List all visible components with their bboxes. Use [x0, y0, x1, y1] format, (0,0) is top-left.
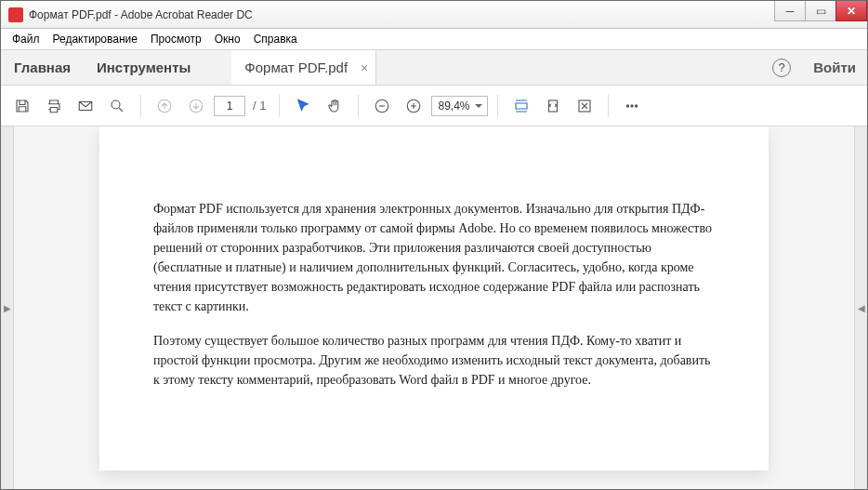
page-total-label: / 1 — [249, 99, 270, 113]
document-viewport[interactable]: Формат PDF используется для хранения эле… — [14, 126, 854, 489]
app-icon — [8, 7, 23, 22]
print-icon[interactable] — [40, 92, 68, 120]
email-icon[interactable] — [72, 92, 99, 120]
fit-width-icon[interactable] — [507, 92, 535, 120]
tab-current-file[interactable]: Формат PDF.pdf × — [231, 50, 376, 85]
minimize-button[interactable]: ─ — [774, 1, 806, 21]
menu-file[interactable]: Файл — [7, 31, 46, 47]
select-tool-icon[interactable] — [289, 92, 317, 120]
tab-file-label: Формат PDF.pdf — [244, 60, 348, 75]
prev-page-icon[interactable] — [151, 92, 178, 120]
paragraph-2: Поэтому существует большое количество ра… — [153, 331, 715, 390]
menu-edit[interactable]: Редактирование — [47, 31, 143, 47]
menu-help[interactable]: Справка — [248, 31, 303, 47]
right-panel-toggle[interactable]: ◀ — [854, 126, 867, 489]
zoom-select[interactable]: 89,4% — [431, 96, 487, 116]
document-page: Формат PDF используется для хранения эле… — [99, 126, 769, 470]
fit-page-icon[interactable] — [539, 92, 567, 120]
zoom-out-icon[interactable] — [368, 92, 396, 120]
save-icon[interactable] — [8, 92, 36, 120]
left-panel-toggle[interactable]: ▶ — [1, 126, 14, 489]
close-button[interactable]: ✕ — [835, 1, 867, 21]
menu-view[interactable]: Просмотр — [145, 31, 207, 47]
paragraph-1: Формат PDF используется для хранения эле… — [153, 199, 715, 316]
help-button[interactable]: ? — [761, 50, 802, 85]
tab-home[interactable]: Главная — [1, 50, 84, 85]
hand-tool-icon[interactable] — [321, 92, 349, 120]
svg-point-9 — [630, 104, 632, 106]
svg-point-1 — [112, 100, 120, 109]
fullscreen-icon[interactable] — [571, 92, 598, 120]
search-icon[interactable] — [103, 92, 131, 120]
help-icon: ? — [772, 59, 791, 77]
next-page-icon[interactable] — [182, 92, 210, 120]
login-button[interactable]: Войти — [802, 50, 867, 85]
zoom-in-icon[interactable] — [400, 92, 427, 120]
maximize-button[interactable]: ▭ — [805, 1, 836, 21]
zoom-value: 89,4% — [438, 99, 469, 113]
more-tools-icon[interactable] — [618, 92, 646, 120]
tab-tools[interactable]: Инструменты — [84, 50, 204, 85]
page-number-input[interactable] — [214, 96, 245, 116]
tab-close-icon[interactable]: × — [361, 60, 368, 75]
menu-window[interactable]: Окно — [209, 31, 246, 47]
svg-point-10 — [635, 104, 637, 106]
svg-point-8 — [626, 104, 628, 106]
window-title: Формат PDF.pdf - Adobe Acrobat Reader DC — [29, 8, 775, 21]
